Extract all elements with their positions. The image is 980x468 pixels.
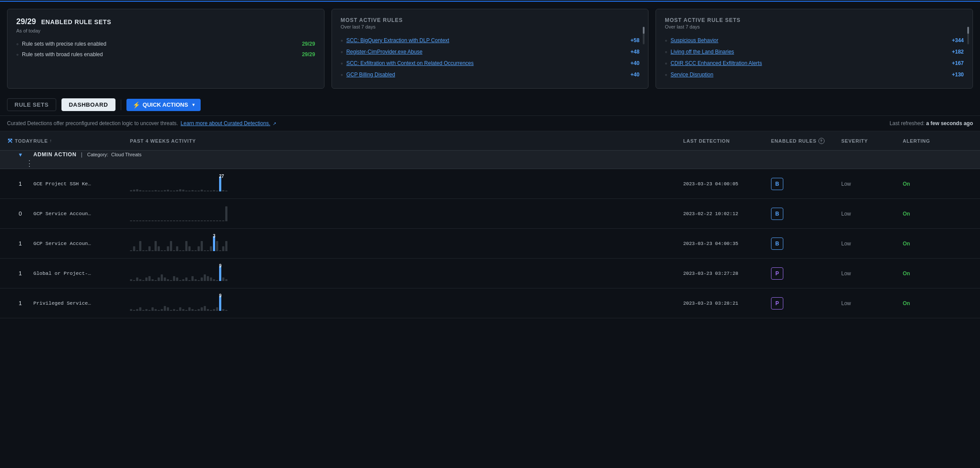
th-rule[interactable]: RULE ↑ bbox=[33, 138, 130, 144]
table-container: ⤧ TODAY RULE ↑ PAST 4 WEEKS ACTIVITY LAS… bbox=[0, 131, 980, 318]
bar bbox=[222, 190, 224, 191]
bar bbox=[222, 246, 224, 251]
mars-item-2: CDIR SCC Enhanced Exfiltration Alerts +1… bbox=[665, 58, 964, 69]
bar bbox=[179, 189, 181, 191]
refreshed-value: a few seconds ago bbox=[926, 120, 973, 126]
external-link-icon: ↗ bbox=[273, 121, 276, 126]
table-row: 1Global or Project-…92023-03-23 03:27:28… bbox=[0, 259, 980, 288]
badge-b-0: B bbox=[771, 178, 783, 190]
mars-link-1[interactable]: Living off the Land Binaries bbox=[670, 49, 734, 55]
collapse-all-icon[interactable]: ⤧ bbox=[7, 137, 13, 145]
bar bbox=[195, 310, 197, 311]
bar bbox=[136, 189, 138, 191]
bar bbox=[151, 250, 154, 251]
bar bbox=[164, 220, 166, 221]
mar-value-2: +40 bbox=[631, 60, 639, 66]
bar bbox=[204, 220, 206, 221]
mar-item-2: SCC: Exfiltration with Context on Relate… bbox=[341, 58, 640, 69]
bar bbox=[167, 190, 169, 191]
bar bbox=[139, 307, 141, 311]
bar bbox=[130, 250, 132, 251]
bar bbox=[195, 250, 197, 251]
bar bbox=[151, 220, 154, 221]
bar bbox=[161, 191, 163, 191]
th-enabled-rules: ENABLED RULES ? bbox=[771, 138, 841, 144]
category-more-button[interactable]: ⋮ bbox=[7, 158, 33, 168]
cell-alerting-3: On bbox=[903, 270, 955, 277]
enabled-title: ENABLED RULE SETS bbox=[41, 18, 112, 25]
cell-today-4: 1 bbox=[7, 300, 33, 306]
quick-actions-button[interactable]: ⚡ QUICK ACTIONS ▾ bbox=[126, 99, 201, 111]
chevron-down-icon: ▾ bbox=[192, 102, 195, 107]
th-last-detection-label: LAST DETECTION bbox=[683, 138, 730, 144]
toolbar-divider bbox=[121, 100, 121, 110]
cell-alerting-2: On bbox=[903, 241, 955, 247]
th-alerting-label: ALERTING bbox=[903, 138, 930, 144]
most-active-rules-card: MOST ACTIVE RULES Over last 7 days SCC: … bbox=[331, 9, 649, 89]
mar-link-1[interactable]: Register-CimProvider.exe Abuse bbox=[346, 49, 422, 55]
scrollbar-thumb-2 bbox=[967, 27, 969, 34]
cell-chart-1 bbox=[130, 205, 683, 223]
cell-today-1: 0 bbox=[7, 210, 33, 217]
mar-item-1: Register-CimProvider.exe Abuse +48 bbox=[341, 46, 640, 58]
bar bbox=[222, 277, 224, 281]
mar-link-2[interactable]: SCC: Exfiltration with Context on Relate… bbox=[346, 60, 474, 66]
mars-link-0[interactable]: Suspicious Behavior bbox=[670, 37, 718, 43]
bar bbox=[130, 190, 132, 191]
th-severity-label: SEVERITY bbox=[841, 138, 868, 144]
bar bbox=[185, 310, 187, 311]
bar bbox=[151, 279, 154, 281]
bar bbox=[170, 241, 172, 251]
bar bbox=[133, 246, 135, 251]
bar bbox=[201, 277, 203, 281]
mini-chart-0: 27 bbox=[130, 175, 227, 193]
help-icon[interactable]: ? bbox=[818, 138, 825, 144]
bar bbox=[161, 250, 163, 251]
bar bbox=[195, 279, 197, 281]
bar bbox=[201, 190, 203, 191]
category-expand-icon[interactable]: ▾ bbox=[19, 151, 22, 158]
bar bbox=[182, 250, 184, 251]
th-enabled-rules-label: ENABLED RULES bbox=[771, 138, 817, 144]
bar bbox=[176, 190, 178, 191]
th-today-label: TODAY bbox=[15, 138, 33, 144]
cell-last-detection-2: 2023-03-23 04:00:35 bbox=[683, 241, 771, 246]
bar bbox=[185, 277, 187, 281]
bar bbox=[179, 280, 181, 281]
badge-b-2: B bbox=[771, 238, 783, 250]
bar bbox=[222, 220, 224, 221]
info-bar-link[interactable]: Learn more about Curated Detections. bbox=[180, 120, 270, 126]
mars-link-3[interactable]: Service Disruption bbox=[670, 72, 713, 78]
mar-link-3[interactable]: GCP Billing Disabled bbox=[346, 72, 395, 78]
category-row: ▾ ADMIN ACTION | Category: Cloud Threats… bbox=[0, 151, 980, 169]
badge-b-1: B bbox=[771, 208, 783, 220]
bar bbox=[213, 279, 215, 281]
cell-severity-4: Low bbox=[841, 300, 903, 306]
quick-actions-label: QUICK ACTIONS bbox=[143, 101, 188, 108]
scrollbar-thumb bbox=[643, 27, 645, 34]
category-name: ADMIN ACTION bbox=[33, 151, 76, 158]
chart-peak-label-2: 3 bbox=[213, 234, 216, 238]
bar bbox=[188, 246, 191, 251]
bar bbox=[225, 191, 227, 191]
bar bbox=[179, 250, 181, 251]
mini-chart-1 bbox=[130, 205, 227, 223]
bar bbox=[167, 307, 169, 311]
mars-value-3: +130 bbox=[952, 72, 964, 78]
cell-alerting-1: On bbox=[903, 211, 955, 217]
cell-last-detection-1: 2023-02-22 10:02:12 bbox=[683, 211, 771, 216]
mars-link-2[interactable]: CDIR SCC Enhanced Exfiltration Alerts bbox=[670, 60, 762, 66]
mar-link-0[interactable]: SCC: BigQuery Extraction with DLP Contex… bbox=[346, 37, 450, 43]
bar bbox=[219, 250, 221, 251]
rule-sets-tab[interactable]: RULE SETS bbox=[7, 98, 56, 111]
dashboard-tab[interactable]: DASHBOARD bbox=[61, 98, 115, 111]
bar bbox=[204, 191, 206, 191]
bar bbox=[136, 220, 138, 221]
bar bbox=[225, 310, 227, 311]
bar bbox=[179, 307, 181, 311]
bar bbox=[191, 190, 194, 191]
bar bbox=[207, 250, 209, 251]
bar bbox=[136, 250, 138, 251]
category-pipe: | bbox=[81, 151, 83, 158]
bar bbox=[151, 307, 154, 311]
